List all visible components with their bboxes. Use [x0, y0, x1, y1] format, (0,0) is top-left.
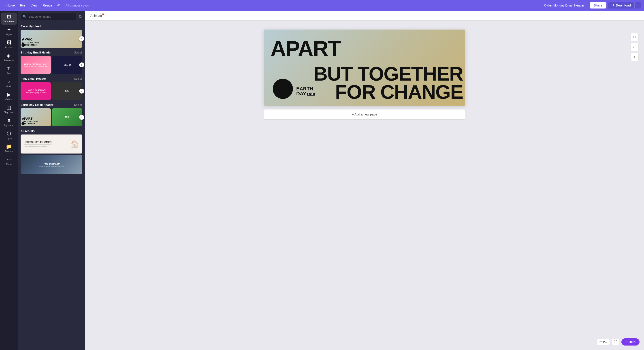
pink-text-1: I HAVE A SURPRISE! — [26, 89, 46, 91]
earth-day-templates-row: APART BUT TOGETHER FOR CHANGE GR › — [20, 108, 82, 126]
share-button[interactable]: Share — [590, 2, 606, 8]
pink-text-2: OU — [65, 90, 69, 93]
add-page-button[interactable]: + Add a new page — [264, 109, 465, 120]
result-thumb-homes[interactable]: HEWES LITTLE HOMES This is how homes are… — [20, 134, 82, 154]
holiday-sub: ONCE IN A LIFETIME ADVENTURE — [39, 166, 64, 167]
sidebar-item-folders-label: Folders — [5, 150, 13, 152]
search-box: 🔍 — [20, 14, 76, 20]
earth-day-thumb-1[interactable]: APART BUT TOGETHER FOR CHANGE — [20, 108, 51, 126]
sidebar-item-more[interactable]: ··· More — [1, 155, 17, 168]
search-input[interactable] — [28, 15, 74, 18]
home-button[interactable]: ‹ Home — [3, 3, 16, 8]
videos-icon: ▶ — [7, 92, 11, 97]
search-icon: 🔍 — [23, 15, 27, 18]
sidebar-item-uploads[interactable]: ⬆ Uploads — [1, 116, 17, 128]
sidebar-item-text[interactable]: T Text — [1, 64, 17, 76]
undo-button[interactable]: ↶ — [56, 2, 62, 9]
resize-menu[interactable]: Resize — [41, 3, 54, 8]
download-icon: ⬇ — [612, 4, 614, 7]
birthday-next-button[interactable]: › — [79, 62, 84, 67]
sidebar-item-background[interactable]: ◫ Bkground — [1, 104, 17, 116]
canvas-copy-button[interactable]: ▭ — [630, 43, 639, 51]
music-icon: ♪ — [8, 79, 10, 84]
elements-icon: ◈ — [7, 53, 11, 58]
uploads-icon: ⬆ — [7, 118, 11, 123]
pink-see-all-button[interactable]: See all — [74, 77, 82, 80]
logos-icon: ⬡ — [7, 131, 11, 136]
file-menu[interactable]: File — [18, 3, 27, 8]
topbar: ‹ Home File View Resize ↶ All changes sa… — [0, 0, 644, 11]
pink-thumb-2[interactable]: OU — [52, 82, 82, 100]
earth-day-see-all-button[interactable]: See all — [74, 104, 82, 106]
download-button[interactable]: ⬇ Download — [608, 2, 634, 8]
recently-used-row: APART BUT TOGETHER FOR CHANGE › — [20, 30, 82, 48]
recently-used-thumb-1[interactable]: APART BUT TOGETHER FOR CHANGE — [20, 30, 82, 48]
photos-icon: 🖼 — [6, 40, 12, 45]
sidebar-item-background-label: Bkground — [4, 111, 14, 114]
panel-sidebar: 🔍 ⧉ Recently Used APART BUT TOGETHER FOR… — [18, 11, 85, 350]
design-for-change-text: FOR CHANGE — [335, 80, 463, 104]
pink-templates-row: I HAVE A SURPRISE! I hope you're going t… — [20, 82, 82, 100]
filter-button[interactable]: ⧉ — [78, 14, 82, 20]
earth-day-next-button[interactable]: › — [79, 115, 84, 120]
birthday-thumb-1[interactable]: HAPPY BIRTHDAY, MIA! Wishing you more lo… — [20, 56, 51, 74]
birthday-thumb-2[interactable]: CEL W — [52, 56, 82, 74]
saved-status: All changes saved — [65, 4, 89, 7]
sidebar-item-photos-label: Photos — [5, 46, 12, 49]
design-brand-title: EARTHDAYLIVE — [296, 86, 315, 96]
sidebar-item-folders[interactable]: 📁 Folders — [1, 142, 17, 154]
canvas-add-button[interactable]: + — [630, 53, 639, 61]
animate-button[interactable]: Animate — [88, 13, 106, 18]
birthday-section-title: Birthday Email Header — [20, 51, 52, 54]
sidebar-item-styles[interactable]: ✦ Styles — [1, 26, 17, 38]
design-apart-text: APART — [270, 36, 341, 61]
home-label: Home — [6, 4, 15, 7]
help-icon: ? — [626, 340, 628, 344]
view-menu[interactable]: View — [29, 3, 39, 8]
sidebar-item-logos-label: Logos — [6, 137, 12, 140]
help-label: Help — [629, 340, 636, 344]
sidebar-item-music-label: Music — [6, 85, 12, 88]
canvas-frame-button[interactable]: □ — [630, 33, 639, 41]
sidebar-item-logos[interactable]: ⬡ Logos — [1, 129, 17, 142]
birthday-templates-row: HAPPY BIRTHDAY, MIA! Wishing you more lo… — [20, 56, 82, 74]
panel-search-area: 🔍 ⧉ — [18, 11, 85, 22]
sidebar-item-more-label: More — [6, 163, 12, 166]
sidebar-item-uploads-label: Uploads — [4, 124, 13, 127]
pink-section-title: Pink Email Header — [20, 77, 46, 80]
birthday-see-all-button[interactable]: See all — [74, 51, 82, 54]
pink-thumb-1[interactable]: I HAVE A SURPRISE! I hope you're going t… — [20, 82, 51, 100]
recently-used-title: Recently Used — [20, 24, 41, 28]
result-thumb-holiday[interactable]: The Holiday ONCE IN A LIFETIME ADVENTURE — [20, 155, 82, 174]
earth-day-section-header: Earth Day Email Header See all — [20, 103, 82, 106]
pink-next-button[interactable]: › — [79, 88, 84, 94]
sidebar-item-elements[interactable]: ◈ Elements — [1, 52, 17, 64]
panel-content: Recently Used APART BUT TOGETHER FOR CHA… — [18, 22, 85, 350]
canvas-scroll[interactable]: APART BUT TOGETHER FOR CHANGE EARTHDAYLI… — [85, 20, 644, 350]
help-button[interactable]: ? Help — [622, 338, 640, 346]
pink-sub-1: I hope you're going to love it. — [25, 92, 46, 93]
holiday-title: The Holiday — [39, 162, 64, 166]
all-results-title: All results — [20, 129, 35, 133]
background-icon: ◫ — [6, 105, 11, 110]
birthday-thumb2-text: CEL W — [64, 64, 71, 66]
earth-day-thumb-2[interactable]: GR — [52, 108, 82, 126]
text-icon: T — [8, 66, 10, 71]
sidebar-item-templates-label: Templates — [3, 20, 14, 23]
fullscreen-button[interactable]: ⛶ — [612, 339, 619, 345]
recently-used-next-button[interactable]: › — [79, 36, 84, 41]
recently-used-section-header: Recently Used — [20, 24, 82, 28]
all-results-grid: HEWES LITTLE HOMES This is how homes are… — [20, 134, 82, 174]
styles-icon: ✦ — [7, 27, 11, 32]
sidebar-item-templates[interactable]: ⊞ Templates — [1, 12, 17, 24]
folders-icon: 📁 — [6, 144, 12, 149]
download-chevron-button[interactable]: ⌄ — [634, 2, 641, 8]
download-label: Download — [616, 4, 631, 7]
homes-title: HEWES LITTLE HOMES — [24, 141, 52, 144]
chevron-left-icon: ‹ — [4, 4, 6, 7]
sidebar-item-videos[interactable]: ▶ Videos — [1, 90, 17, 102]
canvas-controls: □ ▭ + — [630, 33, 639, 61]
sidebar-item-photos[interactable]: 🖼 Photos — [1, 38, 17, 50]
homes-sub: This is how homes are made. — [24, 144, 52, 148]
sidebar-item-music[interactable]: ♪ Music — [1, 78, 17, 90]
